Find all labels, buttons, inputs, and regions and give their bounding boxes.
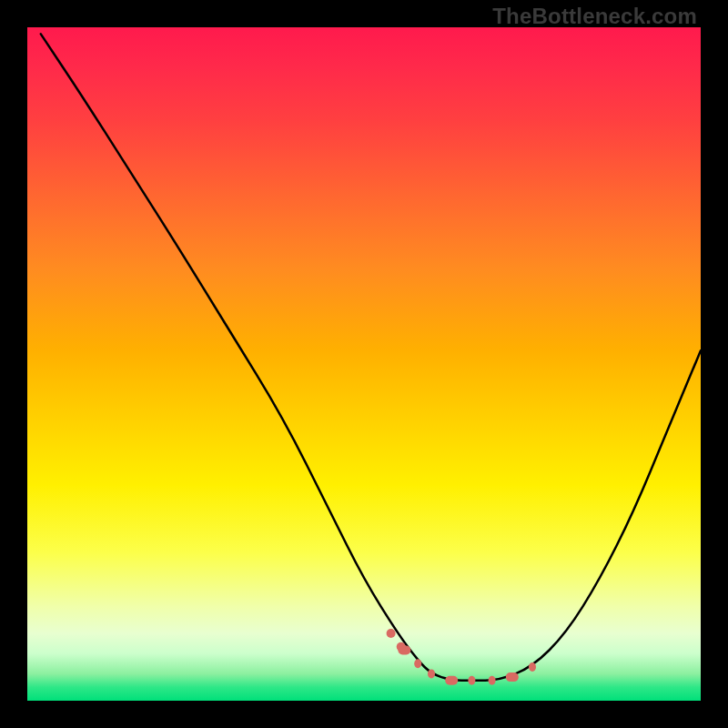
highlight-point — [529, 662, 536, 672]
highlight-point — [387, 629, 396, 638]
bottleneck-chart — [27, 27, 701, 701]
curve-line — [41, 34, 701, 680]
highlight-point — [506, 672, 519, 682]
highlight-point — [428, 669, 435, 678]
highlight-point — [397, 642, 406, 652]
highlight-point — [468, 676, 475, 685]
highlight-point — [414, 659, 421, 668]
highlight-point — [489, 676, 496, 685]
highlight-point — [445, 676, 458, 685]
watermark-text: TheBottleneck.com — [492, 4, 697, 29]
highlight-points-group — [387, 629, 536, 685]
